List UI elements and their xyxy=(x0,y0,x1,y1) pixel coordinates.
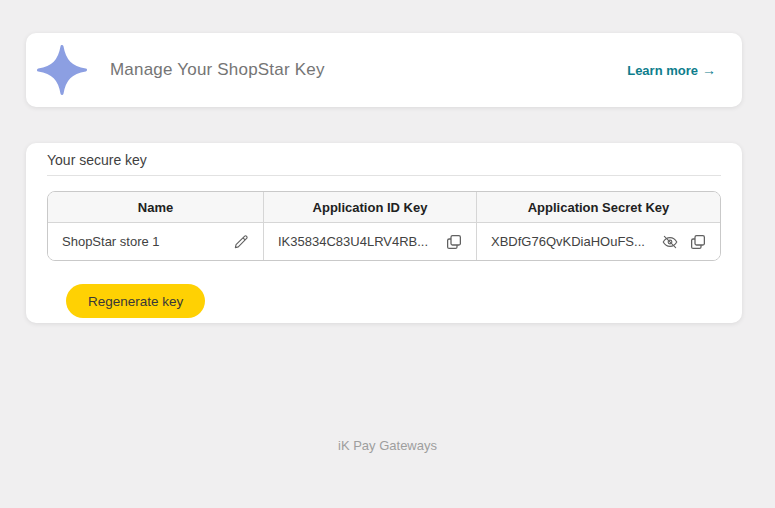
regenerate-key-button[interactable]: Regenerate key xyxy=(66,284,205,318)
edit-icon[interactable] xyxy=(231,232,251,252)
section-title: Your secure key xyxy=(47,143,721,176)
store-name: ShopStar store 1 xyxy=(62,234,231,249)
key-table: Name Application ID Key Application Secr… xyxy=(47,191,721,261)
column-header-application-secret-key: Application Secret Key xyxy=(476,192,720,223)
footer-brand-text: iK Pay Gateways xyxy=(0,438,775,453)
application-id-key-cell: IK35834C83U4LRV4RB... xyxy=(263,223,476,260)
name-cell: ShopStar store 1 xyxy=(48,223,263,260)
copy-icon[interactable] xyxy=(444,232,464,252)
eye-off-icon[interactable] xyxy=(660,232,680,252)
secure-key-card: Your secure key Name Application ID Key … xyxy=(26,143,742,323)
page-title: Manage Your ShopStar Key xyxy=(110,60,325,80)
sparkle-icon xyxy=(34,42,90,98)
application-secret-key-cell: XBDfG76QvKDiaHOuFS... xyxy=(476,223,720,260)
arrow-right-icon: → xyxy=(702,62,716,78)
table-header-row: Name Application ID Key Application Secr… xyxy=(48,192,720,223)
learn-more-link[interactable]: Learn more → xyxy=(627,62,716,78)
table-row: ShopStar store 1 IK35834C83U4LRV4RB... xyxy=(48,223,720,260)
copy-icon[interactable] xyxy=(688,232,708,252)
header-card: Manage Your ShopStar Key Learn more → xyxy=(26,33,742,107)
application-secret-key-value: XBDfG76QvKDiaHOuFS... xyxy=(491,234,660,249)
column-header-application-id-key: Application ID Key xyxy=(263,192,476,223)
learn-more-label: Learn more xyxy=(627,63,698,78)
application-id-key-value: IK35834C83U4LRV4RB... xyxy=(278,234,444,249)
column-header-name: Name xyxy=(48,192,263,223)
